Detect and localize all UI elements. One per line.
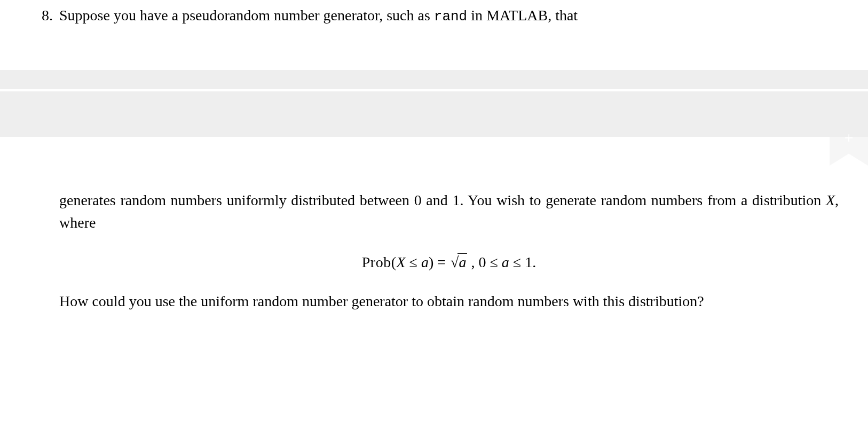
problem-intro-section: 8. Suppose you have a pseudorandom numbe… [0,0,868,27]
eq-le-1: ≤ [406,254,421,270]
eq-var-a1: a [421,254,429,270]
sqrt-expression: √a [449,253,467,271]
problem-intro-text: Suppose you have a pseudorandom number g… [59,4,839,27]
gray-divider-bottom [0,91,868,137]
intro-before-code: Suppose you have a pseudorandom number g… [59,7,434,24]
plus-icon: + [844,130,853,146]
eq-close-eq: ) = [429,254,449,270]
eq-prob-open: Prob( [362,254,397,270]
gray-divider-top [0,70,868,89]
eq-bound-left: 0 ≤ [478,254,501,270]
problem-body-section: + generates random numbers uniformly dis… [0,137,868,313]
problem-number: 8. [29,4,59,27]
eq-var-a2: a [502,254,509,270]
eq-var-X: X [397,254,406,270]
problem-continuation-text: generates random numbers uniformly distr… [59,189,839,234]
bookmark-tab[interactable]: + [830,118,868,166]
visual-gap [0,70,868,137]
continuation-part-1: generates random numbers uniformly distr… [59,192,826,208]
intro-after-code: in MATLAB, that [467,7,578,24]
equation: Prob(X ≤ a) = √a , 0 ≤ a ≤ 1. [59,253,839,271]
eq-bound-right: ≤ 1. [509,254,536,270]
eq-separator: , [467,254,478,270]
problem-list-item: 8. Suppose you have a pseudorandom numbe… [29,4,839,27]
code-word: rand [434,9,467,25]
problem-question-text: How could you use the uniform random num… [59,290,839,313]
sqrt-radicand: a [457,253,467,271]
italic-X: X [826,192,835,208]
